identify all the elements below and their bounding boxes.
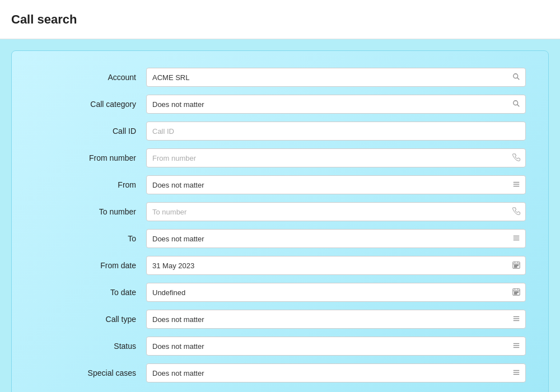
form-row-to: To xyxy=(34,229,526,248)
input-wrapper-from xyxy=(146,175,526,194)
input-call-type[interactable] xyxy=(146,310,526,329)
main-content: Account Call category Call IDFrom number… xyxy=(0,39,560,392)
input-from-number[interactable] xyxy=(146,148,526,167)
form-row-call-type: Call type xyxy=(34,310,526,329)
input-wrapper-to-number xyxy=(146,202,526,221)
form-row-call-id: Call ID xyxy=(34,122,526,141)
form-card: Account Call category Call IDFrom number… xyxy=(11,50,549,392)
form-row-to-date: To date xyxy=(34,283,526,302)
form-row-from-number: From number xyxy=(34,148,526,167)
input-call-id[interactable] xyxy=(146,122,526,141)
form-row-special-cases: Special cases xyxy=(34,363,526,382)
label-account: Account xyxy=(34,73,146,82)
input-to-number[interactable] xyxy=(146,202,526,221)
input-to[interactable] xyxy=(146,229,526,248)
label-from: From xyxy=(34,180,146,189)
page-title: Call search xyxy=(11,12,77,27)
input-to-date[interactable] xyxy=(146,283,526,302)
input-account[interactable] xyxy=(146,68,526,87)
label-special-cases: Special cases xyxy=(34,368,146,377)
input-from[interactable] xyxy=(146,175,526,194)
label-call-type: Call type xyxy=(34,315,146,324)
label-to-number: To number xyxy=(34,207,146,216)
input-status[interactable] xyxy=(146,337,526,356)
label-to-date: To date xyxy=(34,288,146,297)
input-wrapper-from-date xyxy=(146,256,526,275)
input-from-date[interactable] xyxy=(146,256,526,275)
label-from-number: From number xyxy=(34,153,146,162)
input-special-cases[interactable] xyxy=(146,363,526,382)
input-wrapper-to xyxy=(146,229,526,248)
input-wrapper-special-cases xyxy=(146,363,526,382)
input-call-category[interactable] xyxy=(146,95,526,114)
label-from-date: From date xyxy=(34,261,146,270)
form-row-to-number: To number xyxy=(34,202,526,221)
form-row-status: Status xyxy=(34,337,526,356)
label-to: To xyxy=(34,234,146,243)
input-wrapper-from-number xyxy=(146,148,526,167)
page-header: Call search xyxy=(0,0,560,39)
form-row-account: Account xyxy=(34,68,526,87)
label-call-id: Call ID xyxy=(34,127,146,136)
input-wrapper-call-id xyxy=(146,122,526,141)
input-wrapper-call-type xyxy=(146,310,526,329)
input-wrapper-status xyxy=(146,337,526,356)
input-wrapper-call-category xyxy=(146,95,526,114)
form-row-from-date: From date xyxy=(34,256,526,275)
input-wrapper-account xyxy=(146,68,526,87)
form-row-from: From xyxy=(34,175,526,194)
input-wrapper-to-date xyxy=(146,283,526,302)
label-call-category: Call category xyxy=(34,100,146,109)
form-row-call-category: Call category xyxy=(34,95,526,114)
label-status: Status xyxy=(34,342,146,351)
